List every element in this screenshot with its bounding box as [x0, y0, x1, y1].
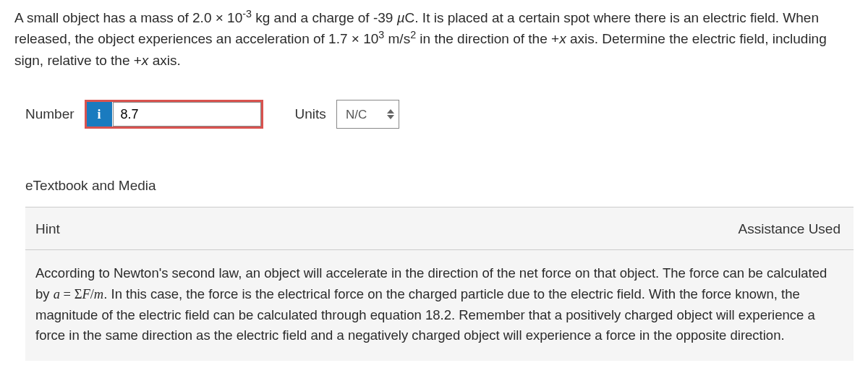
svg-marker-1	[387, 115, 394, 119]
superscript: 2	[410, 29, 416, 40]
spinner-icon	[387, 109, 394, 119]
answer-row: Number i Units N/C	[25, 100, 854, 129]
hint-body: According to Newton's second law, an obj…	[25, 250, 854, 361]
formula-a: a	[54, 287, 60, 301]
x-variable: x	[142, 53, 149, 68]
x-variable: x	[559, 31, 566, 46]
formula-f: F	[82, 287, 90, 301]
chevron-down-icon	[387, 115, 394, 119]
question-fragment: m/s	[384, 31, 410, 46]
question-fragment: kg and a charge of -39	[252, 10, 397, 25]
formula-sigma: Σ	[75, 287, 82, 301]
units-label: Units	[295, 104, 326, 125]
etextbook-media-link[interactable]: eTextbook and Media	[25, 168, 854, 207]
question-fragment: axis.	[148, 53, 180, 68]
hint-header[interactable]: Hint Assistance Used	[25, 207, 854, 251]
svg-marker-0	[387, 109, 394, 114]
hint-title: Hint	[35, 219, 60, 240]
units-select[interactable]: N/C	[336, 100, 399, 129]
question-fragment: A small object has a mass of 2.0 × 10	[14, 10, 242, 25]
chevron-up-icon	[387, 109, 394, 114]
superscript: -3	[242, 8, 252, 20]
question-fragment: in the direction of the +	[416, 31, 559, 46]
mu-symbol: µ	[397, 10, 405, 25]
number-input[interactable]	[113, 102, 261, 127]
number-input-wrap: i	[85, 100, 263, 129]
hint-fragment: . In this case, the force is the electri…	[35, 286, 815, 343]
assistance-used-label: Assistance Used	[738, 219, 841, 240]
info-icon[interactable]: i	[87, 102, 113, 127]
number-label: Number	[25, 104, 75, 125]
units-value: N/C	[346, 106, 367, 124]
question-text: A small object has a mass of 2.0 × 10-3 …	[14, 7, 854, 71]
formula-eq: =	[60, 287, 75, 301]
hint-section: Hint Assistance Used According to Newton…	[25, 207, 854, 361]
formula-m: m	[94, 287, 103, 301]
